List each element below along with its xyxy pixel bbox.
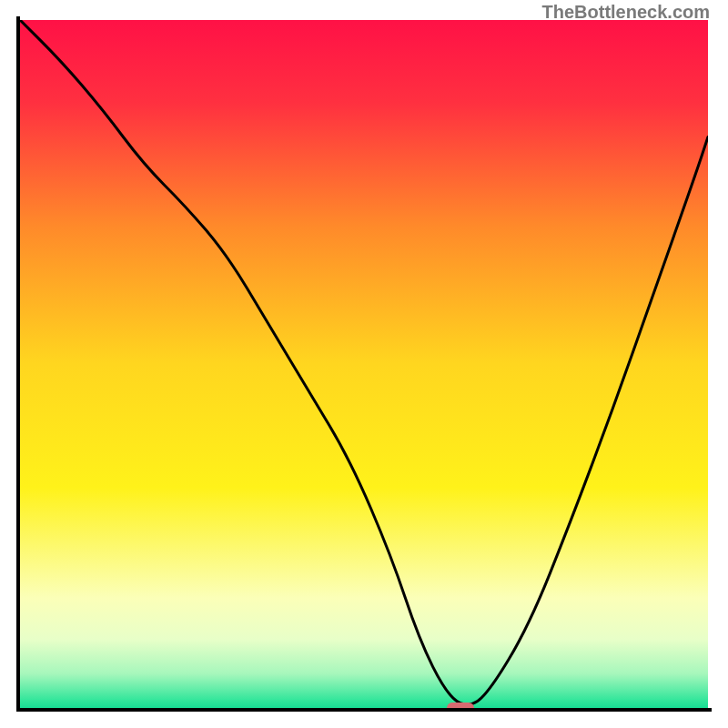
bottleneck-curve xyxy=(20,20,708,704)
curve-layer xyxy=(20,20,708,708)
x-axis xyxy=(16,708,712,712)
optimal-marker xyxy=(447,703,474,708)
plot-area xyxy=(20,20,708,708)
bottleneck-chart: TheBottleneck.com xyxy=(0,0,728,728)
